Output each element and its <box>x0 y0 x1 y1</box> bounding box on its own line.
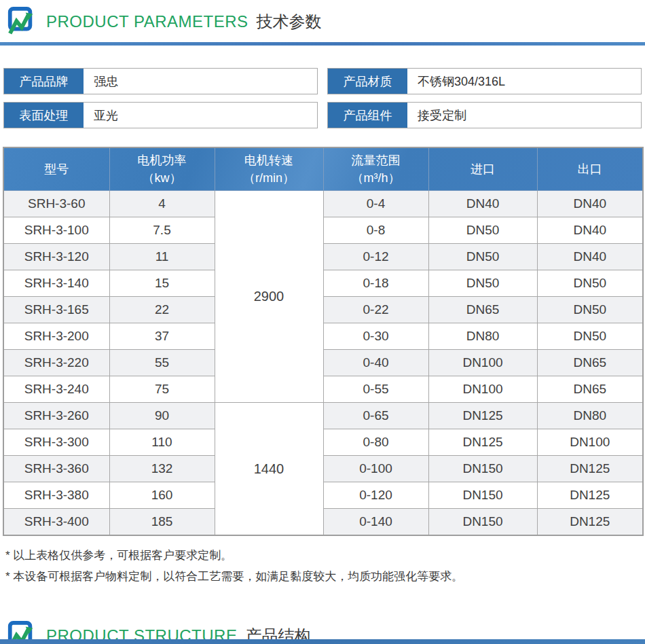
table-row: SRH-3-3601320-100DN150DN125 <box>3 456 643 482</box>
cell-power: 55 <box>109 350 215 376</box>
cell-flow: 0-100 <box>323 456 428 482</box>
table-row: SRH-3-3801600-120DN150DN125 <box>3 482 643 509</box>
cell-power: 90 <box>109 403 215 429</box>
column-header: 进口 <box>428 147 537 191</box>
column-header: 电机转速（r/min） <box>215 147 323 191</box>
cell-inlet: DN40 <box>428 191 537 217</box>
cell-outlet: DN125 <box>537 456 643 482</box>
section-header-parameters: PRODUCT PARAMETERS 技术参数 <box>0 0 645 37</box>
brand-logo-icon <box>6 7 36 37</box>
cell-model: SRH-3-360 <box>3 456 109 482</box>
table-row: SRH-3-220550-40DN100DN65 <box>3 350 643 376</box>
spec-value: 亚光 <box>84 103 317 128</box>
spec-label: 产品材质 <box>328 69 407 94</box>
cell-inlet: DN150 <box>428 456 537 482</box>
cell-model: SRH-3-140 <box>3 270 109 297</box>
table-row: SRH-3-200370-30DN80DN50 <box>3 323 643 350</box>
spec-box: 表面处理 亚光 <box>3 102 318 128</box>
cell-power: 75 <box>109 376 215 403</box>
cell-power: 160 <box>109 482 215 509</box>
cell-outlet: DN65 <box>537 376 643 403</box>
cell-inlet: DN80 <box>428 323 537 350</box>
cell-flow: 0-140 <box>323 509 428 536</box>
cell-flow: 0-4 <box>323 191 428 217</box>
cell-model: SRH-3-60 <box>3 191 109 217</box>
cell-power: 4 <box>109 191 215 217</box>
spec-value: 接受定制 <box>407 103 641 128</box>
cell-outlet: DN50 <box>537 323 643 350</box>
cell-flow: 0-30 <box>323 323 428 350</box>
header-divider <box>0 42 645 46</box>
footnote-line: * 本设备可根据客户物料定制，以符合工艺需要，如满足黏度较大，均质功能强化等要求… <box>5 566 645 587</box>
table-row: SRH-3-2609014400-65DN125DN80 <box>3 403 643 429</box>
column-header: 电机功率（kw） <box>109 147 215 191</box>
cell-outlet: DN125 <box>537 509 643 536</box>
cell-outlet: DN100 <box>537 429 643 456</box>
column-header: 型号 <box>3 147 109 191</box>
cell-inlet: DN50 <box>428 217 537 244</box>
cell-inlet: DN125 <box>428 429 537 456</box>
footnote-line: * 以上表格仅供参考，可根据客户要求定制。 <box>5 545 645 566</box>
cell-flow: 0-22 <box>323 297 428 323</box>
cell-model: SRH-3-200 <box>3 323 109 350</box>
spec-label: 产品品牌 <box>4 69 84 94</box>
cell-flow: 0-18 <box>323 270 428 297</box>
cell-flow: 0-55 <box>323 376 428 403</box>
cell-model: SRH-3-165 <box>3 297 109 323</box>
cell-flow: 0-120 <box>323 482 428 509</box>
cell-flow: 0-40 <box>323 350 428 376</box>
table-row: SRH-3-1007.50-8DN50DN40 <box>3 217 643 244</box>
table-row: SRH-3-140150-18DN50DN50 <box>3 270 643 297</box>
cell-inlet: DN100 <box>428 350 537 376</box>
table-row: SRH-3-4001850-140DN150DN125 <box>3 509 643 536</box>
cell-flow: 0-12 <box>323 244 428 270</box>
cell-outlet: DN50 <box>537 297 643 323</box>
cell-inlet: DN65 <box>428 297 537 323</box>
table-body: SRH-3-60429000-4DN40DN40SRH-3-1007.50-8D… <box>3 191 643 536</box>
cell-speed: 1440 <box>215 403 323 536</box>
cell-inlet: DN125 <box>428 403 537 429</box>
cell-power: 185 <box>109 509 215 536</box>
cell-flow: 0-8 <box>323 217 428 244</box>
cell-outlet: DN40 <box>537 191 643 217</box>
cell-power: 132 <box>109 456 215 482</box>
column-header: 流量范围（m³/h） <box>323 147 428 191</box>
table-row: SRH-3-3001100-80DN125DN100 <box>3 429 643 456</box>
cell-outlet: DN40 <box>537 217 643 244</box>
spec-box: 产品品牌 强忠 <box>3 68 318 94</box>
cell-model: SRH-3-100 <box>3 217 109 244</box>
footnotes: * 以上表格仅供参考，可根据客户要求定制。* 本设备可根据客户物料定制，以符合工… <box>5 545 645 587</box>
spec-label: 产品组件 <box>328 103 407 128</box>
spec-box: 产品材质 不锈钢304/316L <box>327 68 642 94</box>
spec-value: 强忠 <box>84 69 317 94</box>
spec-value: 不锈钢304/316L <box>407 69 641 94</box>
section-title-zh: 技术参数 <box>256 11 321 33</box>
cell-outlet: DN65 <box>537 350 643 376</box>
cell-power: 22 <box>109 297 215 323</box>
cell-outlet: DN125 <box>537 482 643 509</box>
cell-flow: 0-65 <box>323 403 428 429</box>
column-header: 出口 <box>537 147 643 191</box>
cell-power: 11 <box>109 244 215 270</box>
cell-outlet: DN80 <box>537 403 643 429</box>
cell-model: SRH-3-300 <box>3 429 109 456</box>
cell-power: 37 <box>109 323 215 350</box>
cell-power: 15 <box>109 270 215 297</box>
bottom-divider <box>0 639 645 644</box>
table-row: SRH-3-165220-22DN65DN50 <box>3 297 643 323</box>
spec-box: 产品组件 接受定制 <box>327 102 642 128</box>
cell-speed: 2900 <box>215 191 323 403</box>
cell-inlet: DN50 <box>428 270 537 297</box>
cell-inlet: DN100 <box>428 376 537 403</box>
cell-outlet: DN40 <box>537 244 643 270</box>
cell-inlet: DN150 <box>428 482 537 509</box>
table-row: SRH-3-240750-55DN100DN65 <box>3 376 643 403</box>
cell-outlet: DN50 <box>537 270 643 297</box>
cell-model: SRH-3-380 <box>3 482 109 509</box>
cell-model: SRH-3-240 <box>3 376 109 403</box>
cell-inlet: DN150 <box>428 509 537 536</box>
table-row: SRH-3-60429000-4DN40DN40 <box>3 191 643 217</box>
parameters-table: 型号电机功率（kw）电机转速（r/min）流量范围（m³/h）进口出口 SRH-… <box>3 147 644 536</box>
cell-power: 110 <box>109 429 215 456</box>
table-header: 型号电机功率（kw）电机转速（r/min）流量范围（m³/h）进口出口 <box>3 147 643 191</box>
